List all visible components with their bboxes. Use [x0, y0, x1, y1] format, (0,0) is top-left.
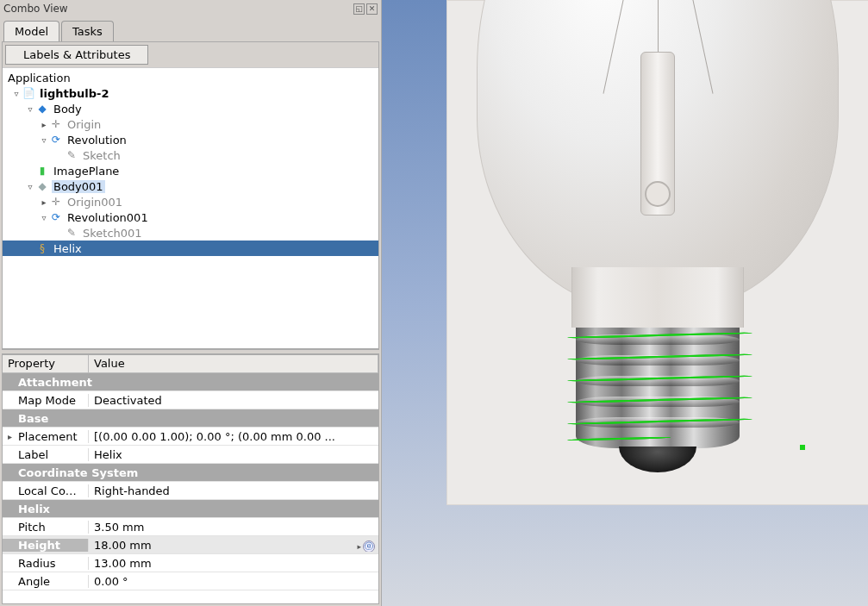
prop-map-mode[interactable]: Map Mode Deactivated [3, 391, 378, 409]
labels-attributes-button[interactable]: Labels & Attributes [5, 45, 148, 65]
expand-icon[interactable]: ▸ [39, 120, 49, 129]
tree-sketch001[interactable]: ▸ ✎ Sketch001 [3, 225, 378, 241]
prop-placement[interactable]: ▸Placement [(0.00 0.00 1.00); 0.00 °; (0… [3, 428, 378, 446]
combo-view-panel: Combo View ◱ ✕ Model Tasks Labels & Attr… [0, 0, 382, 606]
document-icon: 📄 [22, 86, 35, 100]
panel-title: Combo View [3, 3, 352, 15]
expand-icon[interactable]: ▿ [39, 213, 49, 222]
prop-height[interactable]: Height 18.00 mm ▸ ⓔ [3, 536, 378, 554]
panel-title-bar: Combo View ◱ ✕ [0, 0, 381, 17]
tree-origin[interactable]: ▸ ✛ Origin [3, 116, 378, 132]
property-panel: Property Value Attachment Map Mode Deact… [2, 354, 379, 604]
tree-sketch[interactable]: ▸ ✎ Sketch [3, 147, 378, 163]
revolution-icon: ⟳ [49, 210, 63, 224]
expression-icon[interactable]: ⓔ [363, 540, 375, 552]
tree-origin001[interactable]: ▸ ✛ Origin001 [3, 194, 378, 209]
labels-row: Labels & Attributes [3, 42, 378, 68]
origin-icon: ✛ [49, 195, 63, 209]
expand-icon[interactable]: ▿ [11, 89, 22, 98]
3d-viewport[interactable] [382, 0, 868, 606]
tree-body[interactable]: ▿ ◆ Body [3, 101, 378, 116]
prop-local-coord[interactable]: Local Co… Right-handed [3, 482, 378, 500]
tree-root-application[interactable]: Application [3, 70, 378, 85]
property-body: Attachment Map Mode Deactivated Base ▸Pl… [3, 373, 378, 603]
prop-angle[interactable]: Angle 0.00 ° [3, 572, 378, 590]
panel-close-button[interactable]: ✕ [366, 3, 378, 15]
group-base: Base [3, 409, 378, 428]
body-icon: ◆ [35, 179, 49, 193]
tree-document[interactable]: ▿ 📄 lightbulb-2 [3, 85, 378, 101]
header-property[interactable]: Property [3, 355, 89, 372]
helix-endpoint[interactable] [800, 445, 805, 450]
tab-model[interactable]: Model [3, 21, 59, 41]
tree-body001[interactable]: ▿ ◆ Body001 [3, 178, 378, 194]
header-value[interactable]: Value [89, 355, 378, 372]
panel-float-button[interactable]: ◱ [353, 3, 365, 15]
filament-wire [658, 0, 659, 52]
screw-body [576, 328, 740, 448]
tabs-row: Model Tasks [0, 17, 381, 41]
sketch-icon: ✎ [65, 226, 78, 240]
prop-label[interactable]: Label Helix [3, 446, 378, 464]
prop-pitch[interactable]: Pitch 3.50 mm [3, 518, 378, 536]
bulb-neck [571, 267, 744, 328]
tree-imageplane[interactable]: ▸ ▮ ImagePlane [3, 163, 378, 178]
tree-revolution[interactable]: ▿ ⟳ Revolution [3, 132, 378, 147]
model-tab-content: Labels & Attributes Application ▿ 📄 ligh… [2, 41, 379, 349]
expand-icon[interactable]: ▿ [39, 135, 49, 145]
prop-radius[interactable]: Radius 13.00 mm [3, 554, 378, 572]
expand-icon[interactable]: ▸ [39, 197, 49, 207]
expand-icon[interactable]: ▿ [25, 104, 35, 114]
group-coordinate-system: Coordinate System [3, 464, 378, 482]
spinner-icon[interactable]: ▸ [357, 542, 361, 551]
helix-icon: § [35, 241, 49, 255]
expand-icon[interactable]: ▸ [8, 432, 16, 441]
imageplane-icon: ▮ [35, 164, 49, 178]
group-attachment: Attachment [3, 373, 378, 391]
filament-bead [645, 181, 671, 207]
tree-helix[interactable]: ▸ § Helix [3, 241, 378, 256]
screw-tip [619, 447, 696, 472]
revolution-icon: ⟳ [49, 133, 63, 147]
sketch-icon: ✎ [65, 148, 78, 162]
model-tree[interactable]: Application ▿ 📄 lightbulb-2 ▿ ◆ Body ▸ ✛… [3, 68, 378, 348]
origin-icon: ✛ [49, 117, 63, 131]
tab-tasks[interactable]: Tasks [61, 21, 114, 41]
body-icon: ◆ [35, 102, 49, 116]
tree-revolution001[interactable]: ▿ ⟳ Revolution001 [3, 209, 378, 225]
expand-icon[interactable]: ▿ [25, 182, 35, 191]
property-header: Property Value [3, 355, 378, 373]
group-helix: Helix [3, 500, 378, 518]
